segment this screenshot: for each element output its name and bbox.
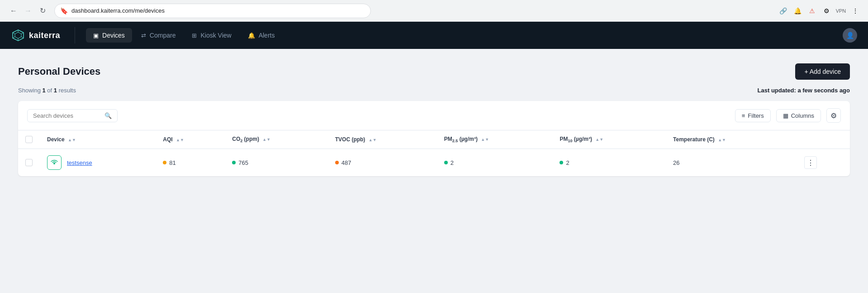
main-content: Personal Devices + Add device Showing 1 …	[0, 49, 868, 293]
nav-compare-label: Compare	[150, 32, 176, 39]
menu-icon[interactable]: ⋮	[850, 5, 861, 16]
nav-item-alerts[interactable]: 🔔 Alerts	[241, 28, 282, 43]
header-aqi: AQI ▲▼	[156, 130, 225, 149]
pm10-value: 2	[566, 159, 569, 166]
tvoc-metric: 487	[335, 159, 430, 166]
browser-chrome: ← → ↻ 🔖 dashboard.kaiterra.com/me/device…	[0, 0, 868, 22]
aqi-dot	[163, 161, 166, 164]
sort-pm25-icon[interactable]: ▲▼	[481, 137, 489, 142]
columns-button[interactable]: ▦ Columns	[776, 109, 821, 122]
nav-item-compare[interactable]: ⇄ Compare	[134, 28, 183, 43]
browser-refresh-button[interactable]: ↻	[36, 5, 49, 17]
row-aqi-cell: 81	[156, 149, 225, 177]
row-actions-cell: ⋮	[797, 149, 850, 177]
nav-kiosk-label: Kiosk View	[200, 32, 231, 39]
pm25-value: 2	[451, 159, 454, 166]
sort-pm10-icon[interactable]: ▲▼	[595, 137, 603, 142]
logo-text: kaiterra	[29, 31, 60, 40]
gear-icon: ⚙	[830, 111, 837, 120]
vpn-icon[interactable]: VPN	[835, 5, 846, 16]
results-total: 1	[54, 87, 57, 94]
columns-icon: ▦	[783, 112, 788, 119]
results-count: 1	[42, 87, 45, 94]
settings-icon[interactable]: ⚙	[821, 5, 832, 16]
sort-device-icon[interactable]: ▲▼	[68, 138, 76, 142]
row-pm10-cell: 2	[552, 149, 666, 177]
tvoc-value: 487	[342, 159, 351, 166]
nav-divider	[75, 27, 75, 43]
search-box[interactable]: 🔍	[27, 109, 118, 122]
row-more-button[interactable]: ⋮	[804, 156, 817, 169]
browser-forward-button[interactable]: →	[22, 5, 34, 17]
co2-metric: 765	[232, 159, 321, 166]
table-header-row: Device ▲▼ AQI ▲▼ CO2 (ppm) ▲▼ TVOC (ppb)…	[18, 130, 850, 149]
table-toolbar: 🔍 ≡ Filters ▦ Columns ⚙	[18, 101, 850, 130]
header-tvoc: TVOC (ppb) ▲▼	[328, 130, 437, 149]
extensions-icon[interactable]: 🔗	[778, 5, 788, 16]
pm10-metric: 2	[560, 159, 659, 166]
search-input[interactable]	[33, 112, 101, 119]
table-row: testsense 81 765	[18, 149, 850, 177]
pm25-dot	[444, 161, 448, 164]
device-name-link[interactable]: testsense	[67, 159, 92, 166]
header-temperature: Temperature (C) ▲▼	[666, 130, 797, 149]
row-tvoc-cell: 487	[328, 149, 437, 177]
top-nav: kaiterra ▣ Devices ⇄ Compare ⊞ Kiosk Vie…	[0, 22, 868, 49]
co2-dot	[232, 161, 236, 164]
page-title: Personal Devices	[18, 66, 100, 77]
warning-icon[interactable]: ⚠	[806, 5, 817, 16]
address-url: dashboard.kaiterra.com/me/devices	[71, 7, 365, 14]
tvoc-dot	[335, 161, 339, 164]
row-checkbox[interactable]	[25, 159, 33, 166]
results-of: of	[46, 87, 54, 94]
bookmark-icon: 🔖	[60, 7, 68, 14]
logo-icon	[11, 28, 25, 43]
columns-label: Columns	[791, 112, 814, 119]
nav-item-kiosk[interactable]: ⊞ Kiosk View	[185, 28, 238, 43]
row-device-cell: testsense	[40, 149, 156, 177]
browser-back-button[interactable]: ←	[7, 5, 20, 17]
add-device-button[interactable]: + Add device	[795, 63, 850, 80]
filters-button[interactable]: ≡ Filters	[735, 109, 771, 122]
header-pm25: PM2.5 (µg/m³) ▲▼	[437, 130, 553, 149]
pm25-metric: 2	[444, 159, 545, 166]
sort-tvoc-icon[interactable]: ▲▼	[369, 138, 377, 142]
device-signal-icon	[47, 155, 62, 170]
user-icon: 👤	[846, 32, 854, 39]
last-updated-prefix: Last updated:	[758, 87, 798, 94]
search-icon: 🔍	[104, 112, 112, 119]
header-checkbox-cell	[18, 130, 40, 149]
aqi-value: 81	[169, 159, 175, 166]
table-settings-button[interactable]: ⚙	[826, 108, 841, 123]
table-container: 🔍 ≡ Filters ▦ Columns ⚙	[18, 101, 850, 176]
nav-item-devices[interactable]: ▣ Devices	[86, 28, 132, 43]
row-pm25-cell: 2	[437, 149, 553, 177]
filters-label: Filters	[748, 112, 764, 119]
alerts-bell-icon: 🔔	[248, 32, 255, 39]
filter-icon: ≡	[742, 112, 745, 119]
user-avatar[interactable]: 👤	[843, 28, 857, 43]
header-checkbox[interactable]	[25, 136, 33, 143]
browser-nav-buttons: ← → ↻	[7, 5, 49, 17]
last-updated-value: a few seconds ago	[797, 87, 850, 94]
page-header: Personal Devices + Add device	[18, 63, 850, 80]
row-temperature-cell: 26	[666, 149, 797, 177]
results-prefix: Showing	[18, 87, 42, 94]
results-bar: Showing 1 of 1 results Last updated: a f…	[18, 87, 850, 94]
notification-icon[interactable]: 🔔	[792, 5, 803, 16]
sort-temp-icon[interactable]: ▲▼	[718, 138, 726, 142]
row-checkbox-cell	[18, 149, 40, 177]
header-device: Device ▲▼	[40, 130, 156, 149]
nav-items: ▣ Devices ⇄ Compare ⊞ Kiosk View 🔔 Alert…	[86, 28, 282, 43]
pm10-dot	[560, 161, 563, 164]
sort-aqi-icon[interactable]: ▲▼	[176, 138, 184, 142]
sort-co2-icon[interactable]: ▲▼	[262, 137, 270, 142]
browser-address-bar[interactable]: 🔖 dashboard.kaiterra.com/me/devices	[54, 4, 371, 18]
header-co2: CO2 (ppm) ▲▼	[225, 130, 328, 149]
device-cell: testsense	[47, 155, 148, 170]
svg-marker-1	[15, 32, 21, 38]
compare-icon: ⇄	[141, 32, 146, 39]
co2-value: 765	[238, 159, 248, 166]
browser-right-icons: 🔗 🔔 ⚠ ⚙ VPN ⋮	[778, 5, 861, 16]
header-actions	[797, 130, 850, 149]
